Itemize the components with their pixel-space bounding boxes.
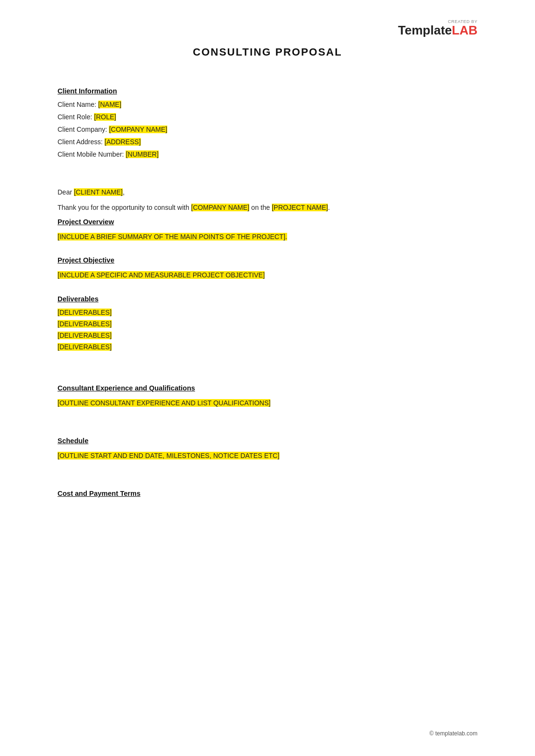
client-name-value: [NAME] <box>98 101 121 108</box>
brand-name: TemplateLAB <box>398 24 477 36</box>
deliverable-item-2: [DELIVERABLES] <box>58 320 477 328</box>
client-address-value: [ADDRESS] <box>105 138 140 146</box>
project-objective-heading: Project Objective <box>58 256 477 264</box>
consultant-exp-text: [OUTLINE CONSULTANT EXPERIENCE AND LIST … <box>58 399 270 407</box>
page-title: CONSULTING PROPOSAL <box>58 46 477 58</box>
client-company-row: Client Company: [COMPANY NAME] <box>58 126 477 133</box>
consultant-exp-content: [OUTLINE CONSULTANT EXPERIENCE AND LIST … <box>58 398 477 408</box>
intro-part1: Thank you for the opportunity to consult… <box>58 204 191 211</box>
cost-payment-section: Cost and Payment Terms <box>58 490 477 497</box>
consultant-exp-section: Consultant Experience and Qualifications… <box>58 384 477 408</box>
project-objective-section: Project Objective [INCLUDE A SPECIFIC AN… <box>58 256 477 280</box>
brand-header: CREATED BY TemplateLAB <box>58 19 477 36</box>
client-name-row: Client Name: [NAME] <box>58 101 477 108</box>
project-objective-text: [INCLUDE A SPECIFIC AND MEASURABLE PROJE… <box>58 271 265 279</box>
deliverable-item-1: [DELIVERABLES] <box>58 309 477 316</box>
deliverables-heading: Deliverables <box>58 295 477 303</box>
brand-lab: LAB <box>452 23 477 37</box>
client-mobile-row: Client Mobile Number: [NUMBER] <box>58 150 477 158</box>
schedule-section: Schedule [OUTLINE START AND END DATE, MI… <box>58 437 477 461</box>
deliverable-2-text: [DELIVERABLES] <box>58 320 112 328</box>
project-objective-content: [INCLUDE A SPECIFIC AND MEASURABLE PROJE… <box>58 270 477 280</box>
intro-paragraph: Thank you for the opportunity to consult… <box>58 202 477 213</box>
client-mobile-label: Client Mobile Number: <box>58 150 126 158</box>
client-role-row: Client Role: [ROLE] <box>58 113 477 121</box>
deliverable-item-4: [DELIVERABLES] <box>58 343 477 351</box>
dear-label: Dear <box>58 188 74 196</box>
client-role-label: Client Role: <box>58 113 94 121</box>
dear-value: [CLIENT NAME] <box>74 188 123 196</box>
dear-punctuation: , <box>123 188 125 196</box>
client-mobile-value: [NUMBER] <box>126 150 158 158</box>
project-overview-content: [INCLUDE A BRIEF SUMMARY OF THE MAIN POI… <box>58 231 477 242</box>
footer: © templatelab.com <box>430 730 477 737</box>
deliverables-section: Deliverables [DELIVERABLES] [DELIVERABLE… <box>58 295 477 351</box>
intro-part3: . <box>328 204 330 211</box>
client-info-heading: Client Information <box>58 87 477 95</box>
cost-payment-heading: Cost and Payment Terms <box>58 490 477 497</box>
deliverable-1-text: [DELIVERABLES] <box>58 309 112 316</box>
intro-project: [PROJECT NAME] <box>272 204 328 211</box>
deliverable-item-3: [DELIVERABLES] <box>58 332 477 339</box>
greeting-paragraph: Dear [CLIENT NAME], <box>58 187 477 197</box>
brand-logo: CREATED BY TemplateLAB <box>398 19 477 36</box>
intro-company: [COMPANY NAME] <box>191 204 250 211</box>
project-overview-text: [INCLUDE A BRIEF SUMMARY OF THE MAIN POI… <box>58 233 287 241</box>
deliverable-4-text: [DELIVERABLES] <box>58 343 112 351</box>
brand-template: Template <box>398 23 452 37</box>
schedule-heading: Schedule <box>58 437 477 445</box>
schedule-content: [OUTLINE START AND END DATE, MILESTONES,… <box>58 450 477 461</box>
client-company-value: [COMPANY NAME] <box>109 126 167 133</box>
project-overview-heading: Project Overview <box>58 218 477 226</box>
deliverable-3-text: [DELIVERABLES] <box>58 332 112 339</box>
project-overview-section: Project Overview [INCLUDE A BRIEF SUMMAR… <box>58 218 477 242</box>
intro-part2: on the <box>249 204 272 211</box>
page: CREATED BY TemplateLAB CONSULTING PROPOS… <box>0 0 535 756</box>
client-address-row: Client Address: [ADDRESS] <box>58 138 477 146</box>
client-address-label: Client Address: <box>58 138 105 146</box>
client-company-label: Client Company: <box>58 126 109 133</box>
footer-text: © templatelab.com <box>430 730 477 737</box>
consultant-exp-heading: Consultant Experience and Qualifications <box>58 384 477 392</box>
schedule-text: [OUTLINE START AND END DATE, MILESTONES,… <box>58 452 279 459</box>
client-information-section: Client Information Client Name: [NAME] C… <box>58 87 477 158</box>
client-name-label: Client Name: <box>58 101 98 108</box>
client-role-value: [ROLE] <box>94 113 116 121</box>
